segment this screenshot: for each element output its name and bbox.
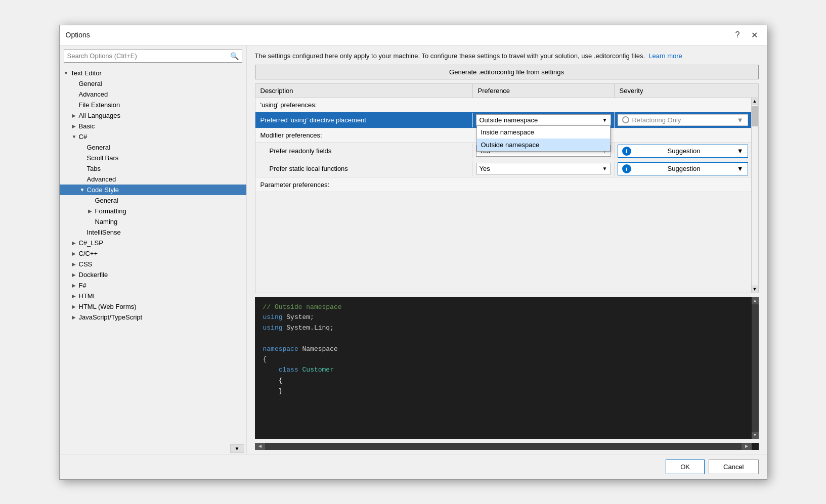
sidebar-item-scroll-bars[interactable]: Scroll Bars	[60, 153, 246, 163]
sidebar-label: Advanced	[79, 90, 108, 98]
scroll-up-button[interactable]: ▲	[752, 98, 758, 105]
code-line: using System;	[263, 312, 744, 323]
sidebar-item-javascript-ts[interactable]: JavaScript/TypeScript	[60, 312, 246, 323]
sidebar-label: All Languages	[79, 112, 120, 119]
dialog-body: 🔍 Text Editor General Advanced	[60, 45, 767, 454]
row-severity: i Suggestion ▼	[615, 143, 751, 160]
ok-button[interactable]: OK	[666, 460, 705, 474]
expand-arrow[interactable]	[72, 314, 78, 320]
radio-circle-icon	[622, 116, 629, 123]
sidebar-item-intellisense[interactable]: IntelliSense	[60, 227, 246, 238]
sidebar-item-code-style[interactable]: Code Style	[60, 185, 246, 195]
dialog-title: Options	[66, 31, 90, 39]
sidebar-item-dockerfile[interactable]: Dockerfile	[60, 269, 246, 280]
code-scroll-down-button[interactable]: ▼	[752, 432, 759, 439]
sidebar-label: F#	[79, 282, 86, 289]
search-icon: 🔍	[230, 52, 239, 60]
row-description: Prefer readonly fields	[255, 144, 473, 158]
main-content: The settings configured here only apply …	[247, 45, 767, 454]
using-placement-dropdown[interactable]: Outside namespace ▼ Inside namespace Out…	[476, 114, 611, 126]
expand-arrow[interactable]	[72, 123, 78, 129]
code-line: namespace Namespace	[263, 344, 744, 355]
severity-dropdown-arrow-icon: ▼	[737, 165, 744, 172]
severity-suggestion-button[interactable]: i Suggestion ▼	[618, 145, 748, 158]
sidebar-label: C#	[79, 133, 88, 141]
severity-refactoring-only-button[interactable]: Refactoring Only ▼	[618, 114, 748, 126]
code-token: namespace	[263, 345, 298, 353]
sidebar-label: IntelliSense	[87, 228, 121, 236]
code-line: {	[263, 376, 744, 386]
sidebar-item-naming[interactable]: Naming	[60, 216, 246, 227]
sidebar-item-text-editor[interactable]: Text Editor	[60, 68, 246, 78]
dropdown-value: Outside namespace	[480, 116, 538, 124]
expand-arrow[interactable]	[72, 293, 78, 299]
sidebar-item-file-extension[interactable]: File Extension	[60, 100, 246, 110]
scroll-thumb	[752, 106, 758, 126]
title-bar-controls: ? ✕	[732, 29, 761, 41]
sidebar-item-formatting[interactable]: Formatting	[60, 206, 246, 216]
sidebar-label: Tabs	[87, 165, 101, 172]
sidebar-scroll-btn[interactable]: ▼	[230, 444, 244, 453]
sidebar-item-html[interactable]: HTML	[60, 291, 246, 301]
expand-arrow[interactable]	[80, 187, 86, 193]
close-button[interactable]: ✕	[748, 29, 761, 41]
info-bar: The settings configured here only apply …	[247, 45, 767, 65]
sidebar-item-general[interactable]: General	[60, 78, 246, 89]
code-scroll-up-button[interactable]: ▲	[752, 297, 759, 304]
severity-suggestion-button2[interactable]: i Suggestion ▼	[618, 162, 748, 175]
sidebar-item-html-webforms[interactable]: HTML (Web Forms)	[60, 301, 246, 312]
sidebar-item-csharp-general[interactable]: General	[60, 142, 246, 153]
expand-arrow[interactable]	[72, 113, 78, 118]
sidebar-item-all-languages[interactable]: All Languages	[60, 110, 246, 121]
row-severity: i Suggestion ▼	[615, 160, 751, 177]
generate-editorconfig-button[interactable]: Generate .editorconfig file from setting…	[255, 65, 759, 79]
code-scroll-right-button[interactable]: ▶	[742, 443, 752, 450]
code-token: Namespace	[298, 345, 338, 353]
expand-arrow[interactable]	[72, 272, 78, 278]
expand-arrow[interactable]	[72, 283, 78, 288]
search-input[interactable]	[67, 52, 230, 60]
sidebar-item-csharp[interactable]: C#	[60, 131, 246, 142]
dropdown-option-inside[interactable]: Inside namespace	[477, 126, 610, 139]
sidebar-label: Scroll Bars	[87, 154, 119, 162]
expand-arrow[interactable]	[72, 251, 78, 256]
static-local-dropdown[interactable]: Yes ▼	[476, 163, 611, 174]
expand-arrow[interactable]	[88, 208, 94, 214]
expand-arrow[interactable]	[72, 134, 78, 140]
code-token: }	[263, 387, 283, 395]
learn-more-link[interactable]: Learn more	[648, 52, 682, 60]
dialog-footer: OK Cancel	[60, 454, 767, 479]
dropdown-option-outside[interactable]: Outside namespace	[477, 139, 610, 151]
settings-scroll-area: 'using' preferences: Preferred 'using' d…	[255, 98, 751, 293]
sidebar-item-advanced2[interactable]: Advanced	[60, 174, 246, 185]
sidebar-item-csharp-lsp[interactable]: C#_LSP	[60, 238, 246, 248]
code-token: // Outside namespace	[263, 303, 342, 311]
sidebar-label: Naming	[95, 218, 118, 225]
expand-arrow[interactable]	[72, 240, 78, 246]
sidebar-item-basic[interactable]: Basic	[60, 121, 246, 131]
sidebar-item-cs-general[interactable]: General	[60, 195, 246, 206]
severity-label: Refactoring Only	[632, 116, 681, 124]
col-header-preference: Preference	[473, 84, 615, 98]
info-icon: i	[622, 164, 631, 173]
sidebar-label: Basic	[79, 122, 95, 130]
sidebar-item-tabs[interactable]: Tabs	[60, 163, 246, 174]
expand-arrow[interactable]	[72, 261, 78, 267]
sidebar-item-cpp[interactable]: C/C++	[60, 248, 246, 259]
code-scroll-left-button[interactable]: ◀	[255, 443, 265, 450]
sidebar-item-advanced[interactable]: Advanced	[60, 89, 246, 100]
sidebar-label: Code Style	[87, 186, 119, 194]
sidebar-item-fsharp[interactable]: F#	[60, 280, 246, 291]
code-vertical-scrollbar: ▲ ▼	[752, 297, 759, 439]
help-button[interactable]: ?	[732, 29, 743, 40]
sidebar-label: Dockerfile	[79, 271, 108, 279]
search-box[interactable]: 🔍	[64, 50, 242, 63]
cancel-button[interactable]: Cancel	[709, 460, 758, 474]
title-bar: Options ? ✕	[60, 25, 767, 45]
scroll-down-button[interactable]: ▼	[752, 286, 758, 293]
sidebar: 🔍 Text Editor General Advanced	[60, 45, 247, 454]
expand-arrow[interactable]	[72, 304, 78, 309]
code-preview: // Outside namespace using System; using…	[255, 297, 759, 439]
sidebar-label: C/C++	[79, 250, 98, 257]
sidebar-item-css[interactable]: CSS	[60, 259, 246, 269]
